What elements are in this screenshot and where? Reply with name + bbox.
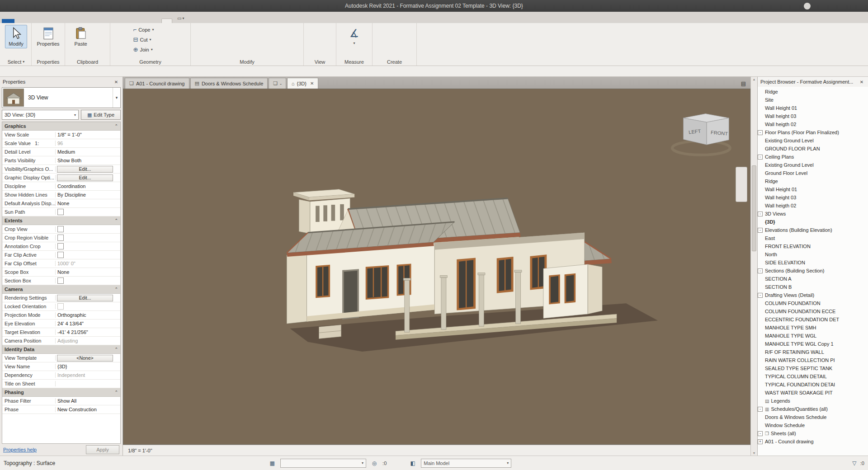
properties-palette-button[interactable]: Properties bbox=[33, 25, 63, 48]
tree-item[interactable]: MANHOLE TYPE SMH bbox=[758, 324, 868, 332]
modify-tool-button[interactable]: Modify bbox=[5, 25, 27, 48]
tree-expander-icon[interactable] bbox=[758, 122, 763, 127]
properties-section-header[interactable]: Graphics ⌃ bbox=[2, 122, 120, 131]
worksets-combo[interactable]: ▾ bbox=[280, 459, 366, 468]
property-value[interactable] bbox=[56, 209, 120, 215]
tree-expander-icon[interactable] bbox=[758, 220, 763, 225]
close-icon[interactable]: ✕ bbox=[858, 80, 865, 85]
tree-expander-icon[interactable] bbox=[758, 203, 763, 208]
property-value[interactable]: 24' 4 13/64" bbox=[56, 321, 120, 326]
ribbon-tab[interactable] bbox=[47, 19, 57, 23]
tree-expander-icon[interactable] bbox=[758, 285, 763, 290]
qat-icon[interactable] bbox=[136, 1, 145, 11]
tree-item[interactable]: - ▥ Schedules/Quantities (all) bbox=[758, 405, 868, 413]
tree-item[interactable]: WAST WATER SOAKAGE PIT bbox=[758, 389, 868, 397]
property-value[interactable]: Independent bbox=[56, 372, 120, 378]
tree-item[interactable]: Doors & Windows Schedule bbox=[758, 413, 868, 421]
tree-expander-icon[interactable] bbox=[758, 390, 763, 395]
qat-icon[interactable] bbox=[79, 1, 88, 11]
qat-icon[interactable] bbox=[88, 1, 97, 11]
tree-item[interactable]: ▤ Legends bbox=[758, 397, 868, 405]
tree-expander-icon[interactable] bbox=[758, 415, 763, 420]
tree-expander-icon[interactable] bbox=[758, 317, 763, 322]
property-value[interactable]: Orthographic bbox=[56, 312, 120, 318]
tree-expander-icon[interactable] bbox=[758, 366, 763, 371]
measure-button[interactable]: ∡ ▾ bbox=[346, 25, 363, 47]
property-value[interactable]: 96 bbox=[56, 141, 120, 146]
tree-expander-icon[interactable] bbox=[758, 350, 763, 355]
collapse-chevron-icon[interactable]: ⌃ bbox=[114, 347, 118, 352]
property-value[interactable] bbox=[56, 303, 120, 310]
ribbon-tab[interactable] bbox=[57, 19, 67, 23]
view-tab[interactable]: ❏ A01 - Council drawing bbox=[125, 78, 189, 89]
ribbon-tab[interactable] bbox=[120, 19, 130, 23]
paste-button[interactable]: Paste bbox=[71, 25, 91, 48]
tree-expander-icon[interactable]: - bbox=[758, 228, 763, 233]
ribbon-tab[interactable] bbox=[89, 19, 99, 23]
ribbon-tab[interactable] bbox=[109, 19, 119, 23]
tree-expander-icon[interactable] bbox=[758, 187, 763, 192]
edit-type-button[interactable]: ▦ Edit Type bbox=[81, 110, 121, 120]
tree-item[interactable]: MANHOLE TYPE WGL bbox=[758, 332, 868, 340]
tree-item[interactable]: COLUMN FOUNDATION ECCE bbox=[758, 307, 868, 315]
titlebar-icon[interactable] bbox=[747, 1, 756, 11]
tree-item[interactable]: Existing Ground Level bbox=[758, 136, 868, 145]
tree-item[interactable]: Window Schedule bbox=[758, 421, 868, 429]
tree-item[interactable]: SEALED TYPE SEPTIC TANK bbox=[758, 364, 868, 372]
property-value[interactable] bbox=[56, 277, 120, 284]
window-button[interactable] bbox=[838, 0, 853, 12]
tree-expander-icon[interactable]: - bbox=[758, 268, 763, 273]
tree-item[interactable]: GROUND FLOOR PLAN bbox=[758, 145, 868, 153]
qat-icon[interactable] bbox=[117, 1, 126, 11]
titlebar-icon[interactable] bbox=[781, 1, 790, 11]
tree-expander-icon[interactable]: - bbox=[758, 212, 763, 216]
tree-expander-icon[interactable] bbox=[758, 399, 763, 404]
scroll-up-icon[interactable]: ▲ bbox=[753, 78, 756, 81]
tree-expander-icon[interactable] bbox=[758, 89, 763, 94]
tree-expander-icon[interactable] bbox=[758, 236, 763, 241]
3d-scene[interactable]: LEFT FRONT bbox=[123, 89, 750, 444]
property-value[interactable]: {3D} bbox=[56, 364, 120, 369]
tree-item[interactable]: SECTION A bbox=[758, 275, 868, 283]
titlebar-icon[interactable] bbox=[804, 3, 811, 9]
tree-item[interactable]: RAIN WATER COLLECTION PI bbox=[758, 356, 868, 364]
editing-requests-icon[interactable]: ◎ bbox=[370, 459, 379, 468]
close-icon[interactable]: ✕ bbox=[113, 80, 120, 85]
tree-expander-icon[interactable]: - bbox=[758, 431, 763, 436]
tree-expander-icon[interactable] bbox=[758, 260, 763, 265]
ribbon-tab[interactable] bbox=[78, 19, 88, 23]
property-value[interactable]: Edit... bbox=[57, 166, 113, 173]
tree-item[interactable]: North bbox=[758, 250, 868, 258]
tree-expander-icon[interactable] bbox=[758, 342, 763, 347]
property-value[interactable]: Adjusting bbox=[56, 338, 120, 343]
collapse-chevron-icon[interactable]: ⌃ bbox=[114, 124, 118, 128]
property-value[interactable]: Show Both bbox=[56, 158, 120, 163]
property-value[interactable]: Show All bbox=[56, 398, 120, 404]
tree-item[interactable]: SIDE ELEVATION bbox=[758, 258, 868, 267]
titlebar-icon[interactable] bbox=[813, 1, 822, 11]
property-value[interactable]: Edit... bbox=[57, 295, 113, 301]
tree-expander-icon[interactable] bbox=[758, 179, 763, 184]
property-value[interactable] bbox=[56, 243, 120, 249]
scroll-down-icon[interactable]: ▼ bbox=[753, 451, 756, 455]
properties-section-header[interactable]: Camera ⌃ bbox=[2, 285, 120, 294]
tab-list-icon[interactable]: ▤ bbox=[738, 80, 749, 89]
tree-item[interactable]: - Ceiling Plans bbox=[758, 153, 868, 161]
scrollbar-thumb[interactable] bbox=[752, 165, 756, 251]
tree-item[interactable]: R/F OF RETAINING WALL bbox=[758, 348, 868, 356]
tree-expander-icon[interactable] bbox=[758, 244, 763, 249]
qat-icon[interactable] bbox=[50, 1, 59, 11]
tree-item[interactable]: - 3D Views bbox=[758, 210, 868, 218]
tree-item[interactable]: Wall Height 01 bbox=[758, 185, 868, 193]
ribbon-tab[interactable] bbox=[141, 19, 151, 23]
tree-item[interactable]: Wall height 03 bbox=[758, 193, 868, 202]
qat-icon[interactable] bbox=[145, 1, 154, 11]
tree-item[interactable]: - Drafting Views (Detail) bbox=[758, 291, 868, 299]
ribbon-tab[interactable] bbox=[161, 19, 172, 23]
property-value[interactable] bbox=[56, 235, 120, 241]
property-value[interactable]: -41' 4 21/256" bbox=[56, 329, 120, 335]
property-value[interactable] bbox=[56, 226, 120, 232]
tree-expander-icon[interactable]: - bbox=[758, 407, 763, 412]
tree-item[interactable]: Wall heigth 02 bbox=[758, 120, 868, 128]
titlebar-icon[interactable] bbox=[793, 1, 802, 11]
